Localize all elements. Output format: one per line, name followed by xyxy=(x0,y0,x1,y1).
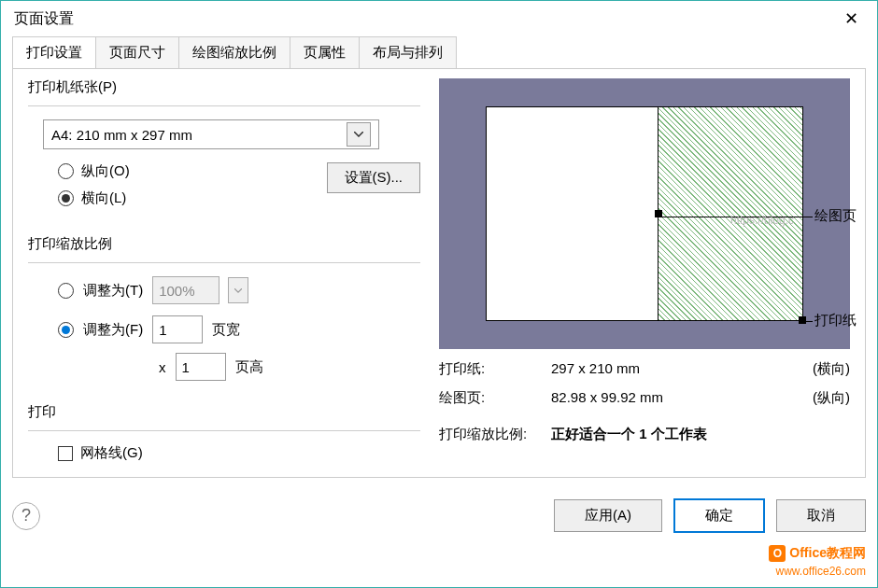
tab-page-size[interactable]: 页面尺寸 xyxy=(95,36,179,68)
watermark: OOffice教程网 www.office26.com xyxy=(769,544,866,580)
adjust-to-radio-row[interactable]: 调整为(T) 100% xyxy=(58,276,420,304)
print-section-title: 打印 xyxy=(28,403,420,431)
paper-size-select[interactable]: A4: 210 mm x 297 mm xyxy=(43,119,379,149)
watermark-line1: Office教程网 xyxy=(789,545,866,560)
help-icon[interactable]: ? xyxy=(12,502,40,530)
left-panel: 打印机纸张(P) A4: 210 mm x 297 mm 纵向(O) 横向(L)… xyxy=(28,78,420,462)
fit-to-label: 调整为(F) xyxy=(83,321,143,339)
fit-width-input[interactable]: 1 xyxy=(152,315,203,343)
window-title: 页面设置 xyxy=(14,9,74,29)
info-drawing-label: 绘图页: xyxy=(439,389,551,407)
callout-line xyxy=(801,321,813,322)
info-paper-label: 打印纸: xyxy=(439,360,551,378)
print-zoom-title: 打印缩放比例 xyxy=(28,235,420,263)
paper-size-value: A4: 210 mm x 297 mm xyxy=(51,127,347,143)
fit-height-prefix: x xyxy=(159,359,166,375)
fit-height-label: 页高 xyxy=(235,358,263,376)
landscape-radio-row[interactable]: 横向(L) xyxy=(58,189,308,207)
info-paper-row: 打印纸: 297 x 210 mm (横向) xyxy=(439,360,850,378)
watermark-line2: www.office26.com xyxy=(776,565,867,578)
tab-content: 打印机纸张(P) A4: 210 mm x 297 mm 纵向(O) 横向(L)… xyxy=(12,68,866,478)
landscape-label: 横向(L) xyxy=(81,189,126,207)
tab-drawing-scale[interactable]: 绘图缩放比例 xyxy=(178,36,290,68)
tabs: 打印设置 页面尺寸 绘图缩放比例 页属性 布局与排列 xyxy=(1,36,877,69)
fit-to-height-row: x 1 页高 xyxy=(159,353,420,381)
printer-paper-title: 打印机纸张(P) xyxy=(28,78,420,106)
callout-paper-label: 打印纸 xyxy=(814,312,857,329)
zoom-info-value: 正好适合一个 1 个工作表 xyxy=(551,426,707,443)
portrait-radio-row[interactable]: 纵向(O) xyxy=(58,162,308,180)
faint-watermark: https://blog.c xyxy=(730,214,794,227)
gridlines-checkbox-row[interactable]: 网格线(G) xyxy=(58,444,420,462)
checkbox-icon xyxy=(58,446,73,461)
close-icon[interactable]: ✕ xyxy=(839,8,864,29)
cancel-button[interactable]: 取消 xyxy=(776,499,866,532)
tab-page-properties[interactable]: 页属性 xyxy=(290,36,360,68)
printer-setup-button[interactable]: 设置(S)... xyxy=(327,162,421,193)
tab-layout-routing[interactable]: 布局与排列 xyxy=(359,36,457,68)
adjust-to-label: 调整为(T) xyxy=(83,282,143,300)
info-paper-value: 297 x 210 mm xyxy=(551,360,813,378)
info-drawing-orient: (纵向) xyxy=(813,389,850,407)
titlebar: 页面设置 ✕ xyxy=(1,1,877,36)
right-panel: 绘图页 打印纸 https://blog.c 打印纸: 297 x 210 mm… xyxy=(439,78,850,462)
info-drawing-value: 82.98 x 99.92 mm xyxy=(551,389,813,407)
apply-button[interactable]: 应用(A) xyxy=(554,499,662,532)
chevron-down-icon xyxy=(228,277,248,303)
zoom-info-row: 打印缩放比例: 正好适合一个 1 个工作表 xyxy=(439,426,850,443)
gridlines-label: 网格线(G) xyxy=(80,444,143,462)
fit-height-input[interactable]: 1 xyxy=(176,353,226,381)
chevron-down-icon[interactable] xyxy=(347,122,371,147)
info-paper-orient: (横向) xyxy=(813,360,850,378)
fit-to-radio-row[interactable]: 调整为(F) 1 页宽 xyxy=(58,315,420,343)
callout-drawing-label: 绘图页 xyxy=(814,207,857,225)
radio-icon xyxy=(58,163,74,179)
bottom-bar: ? 应用(A) 确定 取消 xyxy=(1,489,877,542)
portrait-label: 纵向(O) xyxy=(81,162,130,180)
radio-icon xyxy=(58,322,74,338)
radio-icon xyxy=(58,190,74,206)
info-drawing-row: 绘图页: 82.98 x 99.92 mm (纵向) xyxy=(439,389,850,407)
radio-icon xyxy=(58,283,74,299)
ok-button[interactable]: 确定 xyxy=(673,498,765,533)
watermark-icon: O xyxy=(769,545,786,562)
handle-icon xyxy=(799,316,806,324)
preview-box: 绘图页 打印纸 https://blog.c xyxy=(439,78,850,349)
fit-width-label: 页宽 xyxy=(212,321,240,339)
zoom-info-label: 打印缩放比例: xyxy=(439,426,551,443)
adjust-to-spinner: 100% xyxy=(152,276,220,304)
tab-print-setup[interactable]: 打印设置 xyxy=(12,36,96,68)
